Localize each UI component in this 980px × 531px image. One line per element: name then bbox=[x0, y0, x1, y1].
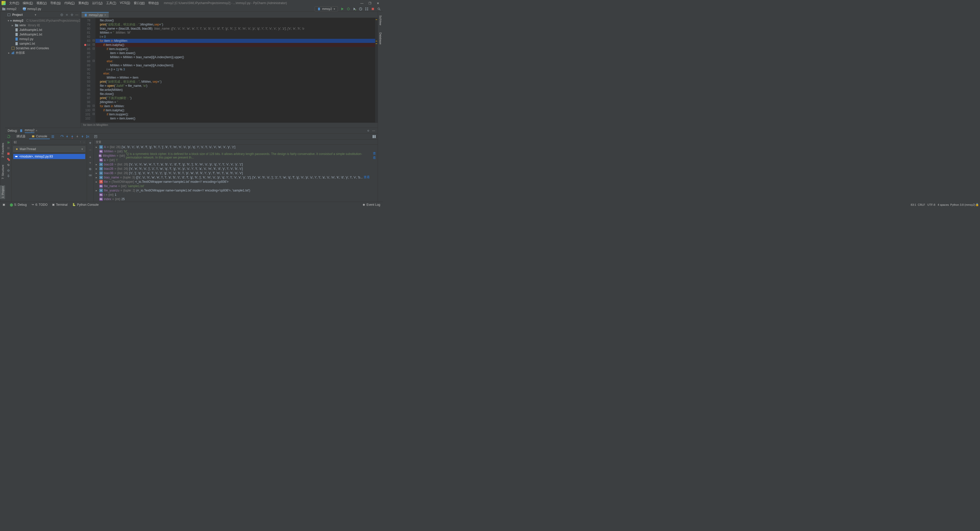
project-tool-button[interactable]: 1: Project bbox=[0, 185, 5, 199]
close-icon[interactable]: × bbox=[35, 129, 37, 132]
tree-row[interactable]: ▾mmsy2 C:\Users\SWL\PycharmProjects\mmsy… bbox=[5, 18, 80, 23]
remove-watch-icon[interactable]: − bbox=[89, 148, 91, 152]
variable-row[interactable]: ▸f file = {TextIOWrapper} <_io.TextIOWra… bbox=[94, 179, 378, 184]
fold-gutter[interactable]: ⊟⊟⊟⊟⊟⊟⊟ bbox=[92, 18, 95, 123]
tree-row[interactable]: Scratches and Consoles bbox=[5, 46, 80, 51]
variables-pane[interactable]: 变量 ▸≡ A = {list: 26} ['a', 'b', 'c', 'd'… bbox=[94, 140, 378, 202]
threads-icon[interactable] bbox=[51, 134, 55, 139]
down-icon[interactable]: ▼ bbox=[89, 161, 92, 165]
breadcrumb-file[interactable]: PY mmsy2.py bbox=[23, 7, 41, 11]
menu-item[interactable]: 运行(U) bbox=[91, 0, 104, 6]
step-out-button[interactable] bbox=[80, 134, 84, 139]
stop-button[interactable] bbox=[6, 152, 10, 155]
python-console-tool-button[interactable]: 🐍 Python Console bbox=[72, 203, 99, 207]
tree-row[interactable]: JieMisample1.txt bbox=[5, 32, 80, 37]
evaluate-button[interactable]: = bbox=[94, 134, 98, 139]
layout-settings-icon[interactable] bbox=[372, 134, 376, 139]
tool-window-quick-access-icon[interactable]: ▣ bbox=[3, 203, 5, 206]
glasses-icon[interactable] bbox=[89, 173, 92, 177]
debugger-tab[interactable]: 调试器 bbox=[14, 134, 28, 139]
editor-breadcrumb[interactable]: for item in MingWen bbox=[81, 123, 378, 128]
menu-item[interactable]: 代码(C) bbox=[63, 0, 76, 6]
console-tab[interactable]: Console bbox=[29, 134, 50, 139]
search-everywhere-button[interactable] bbox=[377, 7, 381, 11]
copy-icon[interactable]: ⧉ bbox=[89, 167, 91, 171]
prev-frame-icon[interactable]: ↑ bbox=[80, 140, 81, 144]
step-into-my-code-button[interactable] bbox=[70, 134, 74, 139]
variable-row[interactable]: ▸≡ file_yuanzu = {tuple: 2} (<_io.TextIO… bbox=[94, 188, 378, 193]
pause-button[interactable] bbox=[6, 146, 10, 150]
error-stripe[interactable] bbox=[375, 18, 378, 123]
menu-item[interactable]: 导航(N) bbox=[49, 0, 62, 6]
variable-row[interactable]: 01 index = {int} 25 bbox=[94, 197, 378, 201]
resume-button[interactable] bbox=[6, 141, 10, 144]
step-over-button[interactable] bbox=[60, 134, 64, 139]
collapse-icon[interactable] bbox=[65, 13, 68, 17]
menu-item[interactable]: 重构(R) bbox=[77, 0, 90, 6]
stop-button[interactable] bbox=[371, 7, 375, 11]
variable-row[interactable]: ▸≡ biao1B = {list: 26} ['s', 'u', 'n', '… bbox=[94, 162, 378, 166]
tree-row[interactable]: ▸venvlibrary 根 bbox=[5, 23, 80, 27]
variable-row[interactable]: 01 file_name = {str} 'sample1.txt' bbox=[94, 184, 378, 188]
editor-viewport[interactable]: 7879808182838485868788899091929394959697… bbox=[81, 18, 378, 123]
favorites-tool-button[interactable]: 2: Favorites bbox=[0, 142, 5, 158]
project-tree[interactable]: ▾mmsy2 C:\Users\SWL\PycharmProjects\mmsy… bbox=[5, 18, 80, 128]
run-with-coverage-button[interactable] bbox=[353, 7, 356, 11]
tree-row[interactable]: ▸外部库 bbox=[5, 51, 80, 55]
gear-icon[interactable] bbox=[366, 129, 370, 132]
rerun-button[interactable] bbox=[6, 134, 11, 139]
sciview-tool-button[interactable]: SciView bbox=[378, 14, 383, 26]
concurrency-button[interactable] bbox=[365, 7, 369, 11]
database-tool-button[interactable]: Database bbox=[378, 31, 383, 45]
add-watch-icon[interactable]: + bbox=[89, 141, 91, 145]
thread-selector[interactable]: MainThread ▾ bbox=[13, 146, 85, 152]
variable-row[interactable]: 01 item = {str} 'q' bbox=[94, 201, 378, 202]
stack-frame[interactable]: <module>, mmsy2.py:83 bbox=[13, 154, 85, 159]
tree-row[interactable]: mmsy2.py bbox=[5, 37, 80, 41]
profile-button[interactable] bbox=[359, 7, 363, 11]
terminal-tool-button[interactable]: ▣ Terminal bbox=[52, 203, 67, 207]
view-breakpoints-button[interactable] bbox=[6, 158, 10, 161]
tree-row[interactable]: JiaMisample1.txt bbox=[5, 27, 80, 32]
menu-item[interactable]: 帮助(H) bbox=[147, 0, 160, 6]
variable-row[interactable]: ▸≡ biao2B = {list: 26} ['x', 'e', 'h', '… bbox=[94, 166, 378, 171]
step-into-button[interactable] bbox=[65, 134, 69, 139]
editor-tab-mmsy2[interactable]: mmsy2.py × bbox=[82, 12, 109, 18]
variable-row[interactable]: ▸≡ biao_name = {tuple: 3} (['s', 'u', 'n… bbox=[94, 175, 378, 179]
menu-item[interactable]: 视图(V) bbox=[35, 0, 48, 6]
hide-button[interactable]: — bbox=[75, 13, 78, 17]
run-to-cursor-button[interactable] bbox=[86, 134, 89, 139]
menu-item[interactable]: VCS(S) bbox=[118, 0, 132, 6]
debug-config-name[interactable]: mmsy2 bbox=[25, 128, 35, 133]
menu-item[interactable]: 编辑(E) bbox=[21, 0, 35, 6]
tree-row[interactable]: sample1.txt bbox=[5, 41, 80, 46]
variable-row[interactable]: 01 i = {int} 1 bbox=[94, 193, 378, 197]
debug-button[interactable] bbox=[347, 7, 350, 11]
force-step-into-button[interactable] bbox=[75, 134, 80, 139]
menu-item[interactable]: 工具(T) bbox=[105, 0, 118, 6]
pin-icon[interactable] bbox=[6, 174, 10, 178]
variable-row[interactable]: ▸≡ biao3B = {list: 26} ['c', 'j', 'q', '… bbox=[94, 171, 378, 175]
run-config-selector[interactable]: mmsy2 ▾ bbox=[315, 6, 338, 11]
todo-tool-button[interactable]: ≔ 6: TODO bbox=[32, 203, 48, 207]
mute-breakpoints-button[interactable] bbox=[6, 163, 10, 167]
up-icon[interactable]: ▲ bbox=[89, 155, 92, 158]
menu-item[interactable]: 窗口(W) bbox=[132, 0, 146, 6]
target-icon[interactable] bbox=[60, 13, 64, 17]
close-button[interactable]: ✕ bbox=[377, 2, 380, 5]
chevron-down-icon[interactable]: ▾ bbox=[35, 13, 36, 17]
structure-tool-button[interactable]: 7: Structure bbox=[0, 164, 5, 180]
close-tab-icon[interactable]: × bbox=[104, 13, 106, 17]
variable-row[interactable]: 01 MingWen = {str} 'Q is a symmetric blo… bbox=[94, 153, 378, 158]
menu-item[interactable]: 文件(F) bbox=[8, 0, 21, 6]
event-log-button[interactable]: ◉ Event Log bbox=[363, 203, 380, 207]
settings-icon[interactable] bbox=[6, 169, 10, 172]
maximize-button[interactable]: ❐ bbox=[369, 2, 372, 5]
code-content[interactable]: file.close() print("读取完成，明文的值：",MingWen,… bbox=[95, 18, 378, 123]
variable-row[interactable]: ▸≡ A = {list: 26} ['a', 'b', 'c', 'd', '… bbox=[94, 145, 378, 149]
debug-tool-button[interactable]: ⬤ 5: Debug bbox=[10, 203, 27, 207]
hide-button[interactable]: — bbox=[372, 129, 375, 132]
gear-icon[interactable] bbox=[70, 13, 74, 17]
run-button[interactable] bbox=[340, 7, 344, 11]
next-frame-icon[interactable]: ↓ bbox=[83, 140, 85, 144]
